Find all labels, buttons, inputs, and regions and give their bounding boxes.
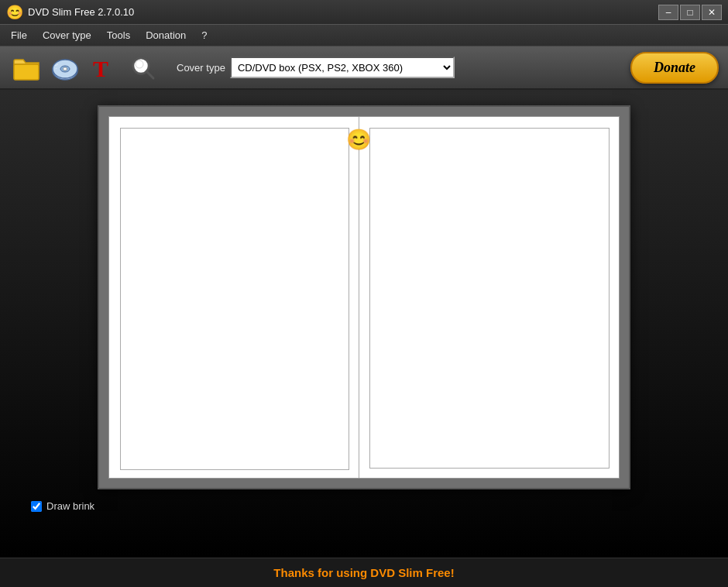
text-tool-button[interactable]: T	[87, 50, 121, 84]
minimize-button[interactable]: –	[658, 5, 678, 20]
footer: Thanks for using DVD Slim Free!	[0, 558, 728, 587]
menu-bar: File Cover type Tools Donation ?	[0, 25, 728, 46]
menu-cover-type[interactable]: Cover type	[35, 26, 99, 44]
open-disc-button[interactable]	[48, 50, 82, 84]
svg-rect-1	[14, 64, 39, 80]
right-panel-border	[369, 128, 610, 469]
disc-icon	[51, 53, 79, 81]
svg-point-5	[64, 67, 67, 70]
draw-brink-row: Draw brink	[31, 500, 94, 512]
cover-type-select[interactable]: CD/DVD box (PSX, PS2, XBOX 360)DVD Slim …	[230, 57, 455, 78]
smiley-icon: 😊	[346, 129, 371, 149]
title-bar-title: DVD Slim Free 2.7.0.10	[28, 6, 134, 18]
donate-button[interactable]: Donate	[630, 52, 719, 84]
search-button[interactable]	[125, 50, 160, 84]
menu-tools[interactable]: Tools	[99, 26, 138, 44]
draw-brink-checkbox[interactable]	[31, 501, 42, 512]
search-icon	[129, 53, 156, 81]
close-button[interactable]: ✕	[702, 5, 722, 20]
maximize-button[interactable]: □	[680, 5, 700, 20]
title-bar: 😊 DVD Slim Free 2.7.0.10 – □ ✕	[0, 0, 728, 25]
svg-text:T: T	[93, 56, 108, 81]
toolbar: T Cover type CD/DVD box (PSX, PS2, XBOX …	[0, 46, 728, 90]
draw-brink-label[interactable]: Draw brink	[46, 500, 94, 512]
title-bar-left: 😊 DVD Slim Free 2.7.0.10	[6, 4, 134, 21]
cover-type-section: Cover type CD/DVD box (PSX, PS2, XBOX 36…	[177, 57, 455, 78]
text-icon: T	[90, 53, 118, 81]
cover-canvas: 😊	[108, 116, 620, 479]
footer-text: Thanks for using DVD Slim Free!	[273, 566, 454, 579]
cover-type-label: Cover type	[177, 62, 225, 74]
svg-line-12	[146, 71, 153, 78]
spine-line	[359, 117, 359, 478]
folder-icon	[12, 53, 40, 81]
menu-donation[interactable]: Donation	[138, 26, 194, 44]
app-logo-icon: 😊	[6, 4, 23, 21]
open-folder-button[interactable]	[9, 50, 43, 84]
main-area: 😊 Draw brink	[0, 90, 728, 558]
title-bar-controls: – □ ✕	[658, 5, 722, 20]
canvas-container: 😊	[98, 105, 630, 489]
menu-help[interactable]: ?	[194, 26, 215, 44]
menu-file[interactable]: File	[3, 26, 35, 44]
